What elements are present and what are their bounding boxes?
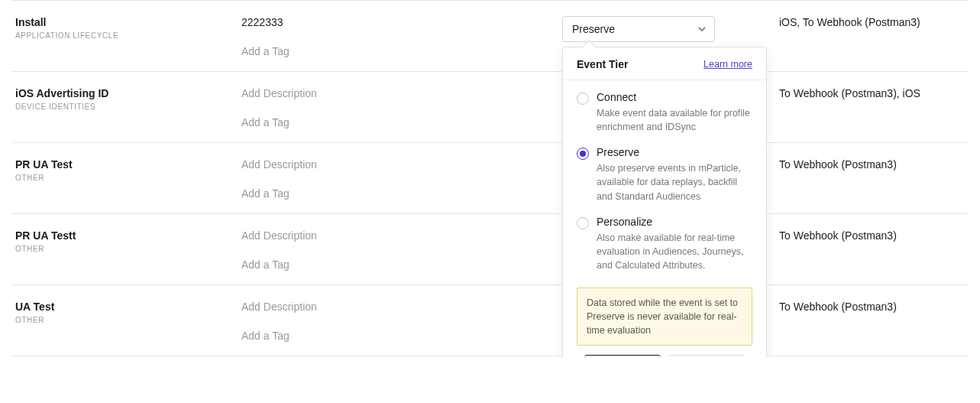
option-desc: Make event data available for profile en… [597, 106, 752, 134]
table-row: iOS Advertising ID DEVICE IDENTITIES Add… [12, 71, 968, 142]
description-input[interactable]: Add Description [241, 301, 562, 313]
apply-button[interactable]: Apply* [668, 355, 745, 356]
description-input[interactable]: Add Description [241, 229, 562, 242]
destinations: To Webhook (Postman3) [779, 301, 968, 313]
event-tier-popover: Event Tier Learn more Connect Make event… [562, 47, 767, 356]
chevron-down-icon [697, 24, 707, 34]
destinations: To Webhook (Postman3) [779, 229, 968, 242]
option-desc: Also preserve events in mParticle, avail… [597, 161, 752, 203]
add-tag-input[interactable]: Add a Tag [241, 45, 562, 57]
event-name: PR UA Testt [15, 229, 241, 242]
table-row: PR UA Test OTHER Add Description Add a T… [12, 142, 968, 213]
event-category: OTHER [15, 245, 241, 253]
description-input[interactable]: 2222333 [241, 16, 562, 28]
table-row: Install APPLICATION LIFECYCLE 2222333 Ad… [12, 0, 968, 71]
event-name: Install [15, 16, 241, 28]
add-tag-input[interactable]: Add a Tag [241, 187, 562, 200]
add-tag-input[interactable]: Add a Tag [241, 116, 562, 128]
tier-select-value: Preserve [572, 23, 615, 35]
event-category: APPLICATION LIFECYCLE [15, 31, 241, 40]
tier-option-connect[interactable]: Connect Make event data available for pr… [577, 91, 752, 134]
event-category: DEVICE IDENTITIES [15, 102, 241, 111]
description-input[interactable]: Add Description [241, 158, 562, 171]
add-tag-input[interactable]: Add a Tag [241, 258, 562, 271]
learn-more-link[interactable]: Learn more [703, 59, 752, 70]
destinations: To Webhook (Postman3), iOS [779, 87, 968, 99]
destinations: iOS, To Webhook (Postman3) [779, 16, 968, 28]
preserve-warning: Data stored while the event is set to Pr… [577, 288, 752, 346]
option-desc: Also make available for real-time evalua… [597, 231, 752, 272]
tier-select[interactable]: Preserve [562, 16, 715, 42]
cancel-button[interactable]: Cancel [584, 355, 661, 356]
option-label: Connect [597, 91, 752, 103]
add-tag-input[interactable]: Add a Tag [241, 330, 562, 342]
event-name: iOS Advertising ID [15, 87, 241, 99]
events-table: Install APPLICATION LIFECYCLE 2222333 Ad… [12, 0, 968, 356]
event-name: PR UA Test [15, 158, 241, 171]
table-row: UA Test OTHER Add Description Add a Tag … [12, 284, 968, 356]
destinations: To Webhook (Postman3) [779, 158, 968, 171]
event-name: UA Test [15, 301, 241, 313]
event-category: OTHER [15, 316, 241, 324]
popover-title: Event Tier [577, 58, 628, 70]
tier-option-preserve[interactable]: Preserve Also preserve events in mPartic… [577, 146, 752, 203]
tier-option-personalize[interactable]: Personalize Also make available for real… [577, 216, 752, 272]
radio-icon [577, 93, 589, 105]
radio-icon [577, 148, 589, 160]
option-label: Personalize [597, 216, 752, 228]
option-label: Preserve [597, 146, 752, 158]
radio-icon [577, 217, 589, 229]
description-input[interactable]: Add Description [241, 87, 562, 99]
event-category: OTHER [15, 174, 241, 182]
table-row: PR UA Testt OTHER Add Description Add a … [12, 213, 968, 284]
